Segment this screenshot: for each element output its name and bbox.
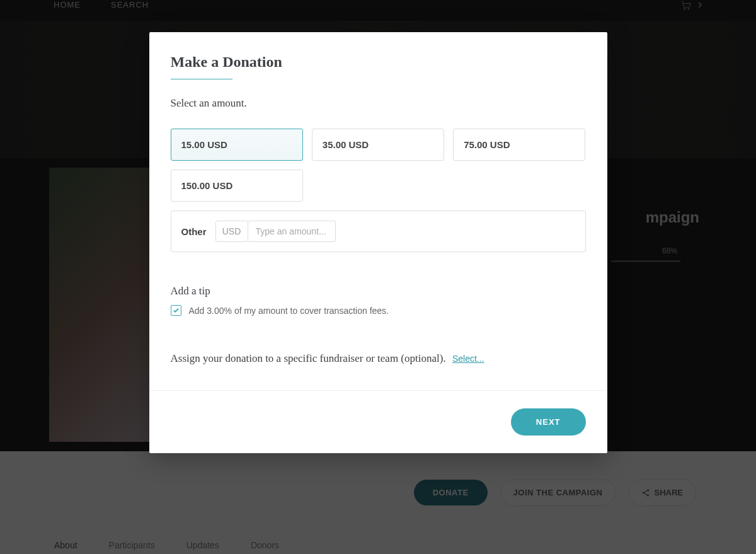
check-icon [173, 307, 180, 314]
other-amount-label: Other [181, 226, 207, 237]
select-amount-label: Select an amount. [171, 97, 586, 110]
amount-option-75[interactable]: 75.00 USD [453, 129, 585, 161]
modal-footer: NEXT [149, 390, 607, 453]
tip-header: Add a tip [171, 285, 586, 297]
donation-modal: Make a Donation Select an amount. 15.00 … [149, 32, 607, 453]
next-button[interactable]: NEXT [511, 408, 586, 436]
amount-option-150[interactable]: 150.00 USD [171, 170, 303, 202]
assign-select-link[interactable]: Select... [452, 354, 484, 364]
assign-text: Assign your donation to a specific fundr… [171, 352, 446, 364]
other-amount-row: Other USD [171, 211, 586, 252]
amount-option-15[interactable]: 15.00 USD [171, 129, 303, 161]
amount-option-35[interactable]: 35.00 USD [312, 129, 444, 161]
other-amount-input[interactable] [248, 221, 336, 242]
modal-title: Make a Donation [171, 54, 586, 79]
modal-overlay[interactable]: Make a Donation Select an amount. 15.00 … [0, 0, 756, 554]
tip-checkbox[interactable] [171, 305, 181, 316]
assign-row: Assign your donation to a specific fundr… [171, 352, 586, 365]
currency-indicator: USD [215, 221, 248, 242]
tip-checkbox-label: Add 3.00% of my amount to cover transact… [189, 306, 389, 316]
